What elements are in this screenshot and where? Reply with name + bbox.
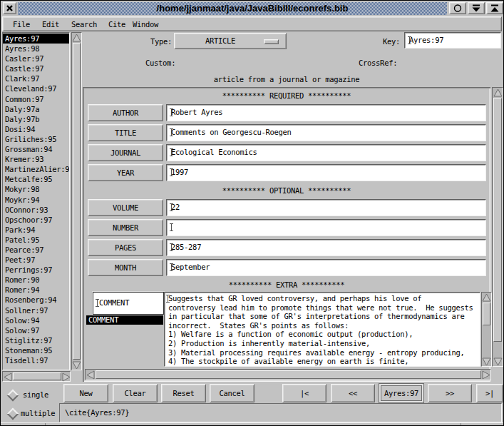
list-item[interactable]: Romer:90 (3, 275, 69, 285)
list-item[interactable]: Perrings:97 (3, 265, 69, 275)
list-item[interactable]: Griliches:95 (3, 134, 69, 144)
list-item[interactable]: Stoneman:95 (3, 345, 69, 355)
list-item[interactable]: Tisdell:97 (3, 355, 69, 365)
list-item[interactable]: Ayres:98 (3, 44, 69, 54)
menu-window[interactable]: Window (133, 20, 158, 29)
year-label-button[interactable]: YEAR (88, 164, 163, 181)
cancel-button[interactable]: Cancel (210, 384, 254, 402)
author-label-button[interactable]: AUTHOR (88, 104, 163, 121)
list-item[interactable]: Daly:97b (3, 114, 69, 124)
pages-input[interactable]: 285-287 (166, 239, 486, 256)
list-item[interactable]: Rosenberg:94 (3, 295, 69, 305)
menu-cite[interactable]: Cite (108, 20, 125, 29)
comment-text-line: 1) Welfare is a function of economic out… (168, 330, 473, 339)
journal-input[interactable]: Ecological Economics (166, 144, 486, 161)
nav-first-button[interactable]: |< (282, 384, 326, 402)
scroll-up-icon[interactable] (72, 34, 81, 42)
scroll-left-icon[interactable] (86, 370, 96, 379)
new-button[interactable]: New (63, 384, 108, 402)
sidebar-vscroll-thumb[interactable] (73, 43, 81, 360)
scroll-right-icon[interactable] (62, 372, 71, 381)
list-item[interactable]: Cleveland:97 (3, 83, 69, 93)
scroll-down-icon[interactable] (72, 361, 81, 370)
list-item[interactable]: Metcalfe:95 (3, 174, 69, 184)
single-radio[interactable] (7, 390, 19, 402)
scroll-up-icon[interactable] (493, 88, 503, 97)
list-item[interactable]: OConnor:93 (3, 205, 69, 215)
year-input[interactable]: 1997 (166, 164, 486, 181)
list-item[interactable]: Sollner:97 (3, 305, 69, 315)
main-vscrollbar[interactable] (492, 87, 503, 367)
list-item[interactable]: Daly:97a (3, 104, 69, 114)
list-item[interactable]: Patel:95 (3, 235, 69, 245)
number-label-button[interactable]: NUMBER (88, 219, 163, 236)
extra-field-list-item[interactable]: COMMENT (86, 315, 163, 325)
sidebar-hscroll-thumb[interactable] (13, 372, 61, 380)
list-item[interactable]: Peet:97 (3, 255, 69, 265)
multiple-radio[interactable] (7, 408, 19, 420)
list-item[interactable]: Casler:97 (3, 54, 69, 64)
panel-hscroll-thumb[interactable] (96, 370, 481, 379)
list-item[interactable]: Mokyr:98 (3, 184, 69, 194)
list-item[interactable]: Opschoor:97 (3, 215, 69, 225)
pages-label-button[interactable]: PAGES (88, 239, 163, 256)
month-label-button[interactable]: MONTH (88, 259, 163, 276)
comment-textarea[interactable]: Suggests that GR loved controversy, and … (164, 292, 480, 367)
window-titlebar[interactable]: /home/jjanmaat/java/JavaBibIII/econrefs.… (18, 2, 447, 15)
extra-field-name-input[interactable]: COMMENT (93, 292, 164, 315)
volume-label-button[interactable]: VOLUME (88, 199, 163, 216)
author-input[interactable]: Robert Ayres (166, 104, 486, 121)
single-radio-label[interactable]: single (23, 390, 48, 399)
panel-hscrollbar[interactable] (85, 369, 491, 380)
window-close-button[interactable] (3, 2, 16, 14)
list-item[interactable]: Castle:97 (3, 64, 69, 73)
list-item[interactable]: Common:97 (3, 94, 69, 104)
list-item[interactable]: Dosi:94 (3, 124, 69, 134)
nav-current-key-field[interactable]: Ayres:97 (379, 384, 423, 402)
window-iconify-button[interactable] (468, 2, 485, 14)
menu-file[interactable]: File (13, 20, 30, 29)
reset-button[interactable]: Reset (161, 384, 206, 402)
number-input[interactable] (166, 219, 486, 236)
list-item[interactable]: Kremer:93 (3, 154, 69, 164)
list-item[interactable]: Pearce:97 (3, 245, 69, 255)
scroll-down-icon[interactable] (493, 357, 503, 366)
nav-next-button[interactable]: >> (428, 384, 472, 402)
journal-label-button[interactable]: JOURNAL (88, 144, 163, 161)
list-item[interactable]: Park:94 (3, 225, 69, 235)
month-input[interactable]: September (166, 259, 486, 276)
scroll-up-icon[interactable] (482, 293, 491, 302)
nav-prev-button[interactable]: << (331, 384, 375, 402)
menu-edit[interactable]: Edit (42, 20, 59, 29)
key-input[interactable]: Ayres:97 (404, 32, 501, 49)
list-item[interactable]: MartinezAlier:9 (3, 164, 69, 174)
window-maximize-button[interactable] (486, 2, 503, 14)
list-item[interactable]: Solow:94 (3, 315, 69, 325)
clear-button[interactable]: Clear (113, 384, 158, 402)
list-item[interactable]: Romer:94 (3, 285, 69, 295)
multiple-radio-label[interactable]: multiple (21, 409, 55, 417)
main-vscroll-thumb[interactable] (493, 98, 502, 342)
sidebar-vscrollbar[interactable] (71, 32, 82, 370)
window-menu-button[interactable] (449, 2, 466, 14)
scroll-left-icon[interactable] (4, 372, 13, 381)
title-label-button[interactable]: TITLE (88, 124, 163, 141)
sidebar-hscrollbar[interactable] (2, 371, 71, 382)
list-item[interactable]: Ayres:97 (3, 34, 69, 44)
menu-search[interactable]: Search (71, 20, 97, 29)
list-item[interactable]: Moykr:94 (3, 195, 69, 205)
list-item[interactable]: Stiglitz:97 (3, 335, 69, 345)
cite-output-field[interactable]: \cite{Ayres:97} (59, 403, 502, 422)
list-item[interactable]: Clark:97 (3, 73, 69, 83)
volume-input[interactable]: 22 (166, 199, 486, 216)
scroll-down-icon[interactable] (482, 357, 491, 366)
list-item[interactable]: Grossman:94 (3, 144, 69, 154)
required-section-header: ********** REQUIRED ********** (83, 91, 490, 100)
scroll-right-icon[interactable] (482, 370, 491, 379)
type-option-menu[interactable]: ARTICLE (174, 33, 287, 49)
textarea-vscroll-thumb[interactable] (483, 303, 490, 325)
textarea-vscrollbar[interactable] (481, 292, 492, 367)
title-input[interactable]: Comments on Georgescu-Roegen (166, 124, 486, 141)
nav-last-button[interactable]: >| (476, 384, 503, 402)
list-item[interactable]: Solow:97 (3, 325, 69, 335)
